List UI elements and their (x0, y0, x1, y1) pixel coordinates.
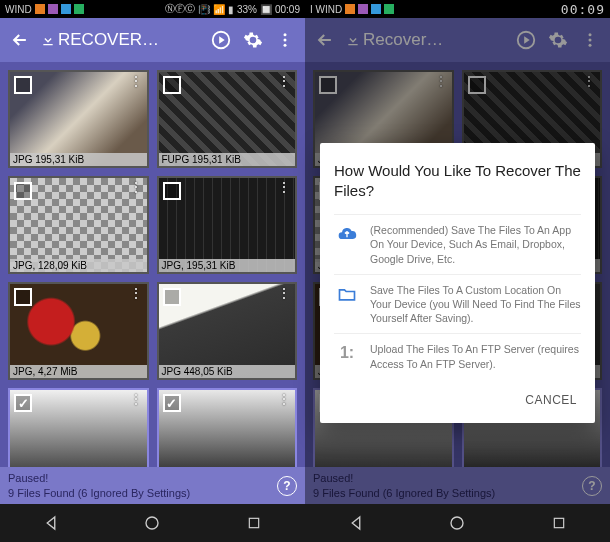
file-tile[interactable]: ⋮ JPG, 4,27 MiB (8, 282, 149, 380)
back-button[interactable] (8, 28, 32, 52)
file-tile[interactable]: ⋮ JPG, 128,09 KiB (8, 176, 149, 274)
recover-option-cloud[interactable]: (Recommended) Save The Files To An App O… (334, 214, 581, 274)
option-text: (Recommended) Save The Files To An App O… (370, 223, 581, 266)
overflow-menu-button[interactable] (273, 28, 297, 52)
app-bar: RECOVER… (0, 18, 305, 62)
status-notif-icon (358, 4, 368, 14)
app-bar: Recover… (305, 18, 610, 62)
carrier-label: WIND (5, 4, 32, 15)
svg-rect-5 (249, 518, 258, 527)
select-checkbox[interactable] (163, 288, 181, 306)
file-label: JPG 195,31 KiB (10, 153, 147, 166)
tile-menu-icon[interactable]: ⋮ (277, 288, 291, 298)
cloud-upload-icon (334, 223, 360, 245)
clock-label: 00:09 (275, 4, 300, 15)
scan-status: Paused! (8, 471, 190, 485)
status-notif-icon (48, 4, 58, 14)
file-label: JPG, 195,31 KiB (159, 259, 296, 272)
recover-option-folder[interactable]: Save The Files To A Custom Location On Y… (334, 274, 581, 334)
tile-menu-icon[interactable]: ⋮ (277, 76, 291, 86)
file-tile[interactable]: ⋮ JPG 19531 KiB (8, 388, 149, 467)
file-label: JPG, 4,27 MiB (10, 365, 147, 378)
settings-button[interactable] (546, 28, 570, 52)
settings-button[interactable] (241, 28, 265, 52)
clock-label: 00:09 (561, 2, 605, 17)
svg-point-9 (589, 44, 592, 47)
status-bar: WIND ⓃⒻⒸ 📳 📶 ▮ 33% 🔲 00:09 (0, 0, 305, 18)
vibrate-icon: 📳 (198, 4, 210, 15)
tile-menu-icon[interactable]: ⋮ (277, 182, 291, 192)
right-screen: I WIND 00:09 Recover… ⋮JPG 195,31 KiB (305, 0, 610, 542)
tile-menu-icon[interactable]: ⋮ (129, 288, 143, 298)
status-notif-icon (61, 4, 71, 14)
folder-icon (334, 283, 360, 305)
file-tile[interactable]: ⋮ JPG, 195,31 KiB (157, 176, 298, 274)
tile-menu-icon[interactable]: ⋮ (129, 394, 143, 404)
carrier-label: I WIND (310, 4, 342, 15)
play-button[interactable] (514, 28, 538, 52)
file-label: FUPG 195,31 KiB (159, 153, 296, 166)
help-button[interactable]: ? (582, 476, 602, 496)
status-bar: I WIND 00:09 (305, 0, 610, 18)
recover-dialog: How Would You Like To Recover The Files?… (320, 143, 595, 422)
nav-home-button[interactable] (142, 513, 162, 533)
dialog-title: How Would You Like To Recover The Files? (334, 161, 581, 200)
help-button[interactable]: ? (277, 476, 297, 496)
tile-menu-icon[interactable]: ⋮ (129, 182, 143, 192)
svg-point-8 (589, 39, 592, 42)
file-label: JPG 448,05 KiB (159, 365, 296, 378)
nav-bar (0, 504, 305, 542)
thumbnail-grid: ⋮ JPG 195,31 KiB ⋮ FUPG 195,31 KiB ⋮ JPG… (0, 62, 305, 467)
cancel-button[interactable]: CANCEL (521, 387, 581, 413)
select-checkbox[interactable] (14, 288, 32, 306)
app-title: Recover… (345, 30, 506, 50)
status-notif-icon (384, 4, 394, 14)
file-tile[interactable]: ⋮ JPG 19531 KiB (157, 388, 298, 467)
option-number-icon: 1: (334, 342, 360, 364)
nav-back-button[interactable] (41, 513, 61, 533)
option-text: Upload The Files To An FTP Server (requi… (370, 342, 581, 370)
status-notif-icon (74, 4, 84, 14)
select-checkbox[interactable] (163, 76, 181, 94)
select-checkbox[interactable] (163, 394, 181, 412)
recover-option-ftp[interactable]: 1: Upload The Files To An FTP Server (re… (334, 333, 581, 378)
left-screen: WIND ⓃⒻⒸ 📳 📶 ▮ 33% 🔲 00:09 RECOVER… (0, 0, 305, 542)
status-notif-icon (371, 4, 381, 14)
nav-back-button[interactable] (346, 513, 366, 533)
scan-status: Paused! (313, 471, 495, 485)
svg-point-3 (284, 44, 287, 47)
back-button[interactable] (313, 28, 337, 52)
select-checkbox[interactable] (14, 394, 32, 412)
download-icon (345, 32, 361, 48)
status-footer: Paused! 9 Files Found (6 Ignored By Sett… (305, 467, 610, 504)
nav-home-button[interactable] (447, 513, 467, 533)
svg-point-1 (284, 33, 287, 36)
svg-rect-11 (554, 518, 563, 527)
select-checkbox[interactable] (14, 76, 32, 94)
nav-recent-button[interactable] (549, 513, 569, 533)
nav-recent-button[interactable] (244, 513, 264, 533)
battery-icon: 🔲 (260, 4, 272, 15)
play-button[interactable] (209, 28, 233, 52)
svg-point-2 (284, 39, 287, 42)
file-tile[interactable]: ⋮ JPG 195,31 KiB (8, 70, 149, 168)
file-label: JPG, 128,09 KiB (10, 259, 147, 272)
svg-point-4 (146, 517, 158, 529)
tile-menu-icon[interactable]: ⋮ (277, 394, 291, 404)
select-checkbox[interactable] (14, 182, 32, 200)
status-notif-icon (345, 4, 355, 14)
battery-label: 33% (237, 4, 257, 15)
scan-count: 9 Files Found (6 Ignored By Settings) (313, 486, 495, 500)
download-icon (40, 32, 56, 48)
option-text: Save The Files To A Custom Location On Y… (370, 283, 581, 326)
select-checkbox[interactable] (163, 182, 181, 200)
status-notif-icon (35, 4, 45, 14)
overflow-menu-button[interactable] (578, 28, 602, 52)
file-tile[interactable]: ⋮ FUPG 195,31 KiB (157, 70, 298, 168)
nfc-icon: ⓃⒻⒸ (165, 2, 195, 16)
wifi-icon: 📶 (213, 4, 225, 15)
tile-menu-icon[interactable]: ⋮ (129, 76, 143, 86)
app-title: RECOVER… (40, 30, 201, 50)
file-tile[interactable]: ⋮ JPG 448,05 KiB (157, 282, 298, 380)
svg-point-7 (589, 33, 592, 36)
